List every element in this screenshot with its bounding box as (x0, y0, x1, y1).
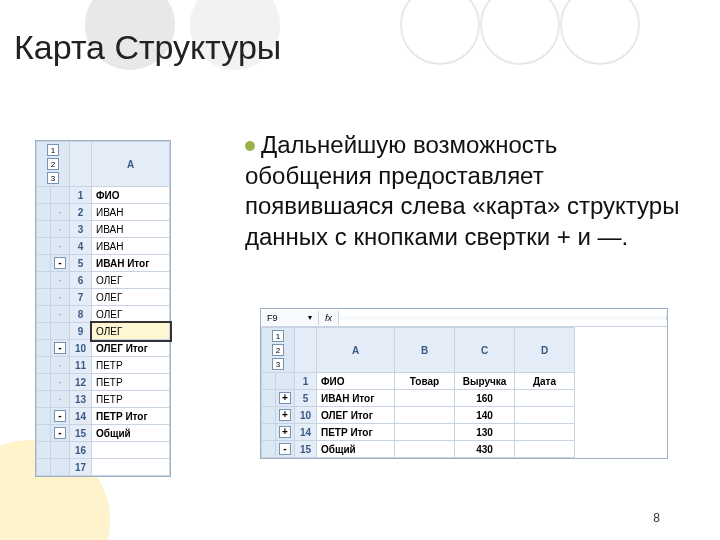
cell[interactable]: Выручка (455, 373, 515, 390)
outline-gutter (37, 238, 51, 255)
cell[interactable]: ИВАН Итог (317, 390, 395, 407)
cell[interactable] (515, 441, 575, 458)
row-header[interactable]: 7 (70, 289, 92, 306)
outline-gutter (37, 187, 51, 204)
cell[interactable]: ОЛЕГ (92, 323, 170, 340)
page-number: 8 (653, 511, 660, 525)
slide-body: Дальнейшую возможность обобщения предост… (245, 130, 685, 253)
row-header[interactable]: 12 (70, 374, 92, 391)
outline-toggle[interactable]: - (51, 425, 70, 442)
outline-level-buttons[interactable]: 123 (262, 328, 295, 373)
select-all-corner[interactable] (295, 328, 317, 373)
row-header[interactable]: 14 (295, 424, 317, 441)
row-header[interactable]: 14 (70, 408, 92, 425)
outline-gutter (262, 407, 276, 424)
outline-level-buttons[interactable]: 123 (37, 142, 70, 187)
cell[interactable]: ИВАН Итог (92, 255, 170, 272)
row-header[interactable]: 10 (295, 407, 317, 424)
row-header[interactable]: 5 (70, 255, 92, 272)
col-header[interactable]: C (455, 328, 515, 373)
cell[interactable] (92, 459, 170, 476)
col-header[interactable]: A (317, 328, 395, 373)
row-header[interactable]: 3 (70, 221, 92, 238)
cell[interactable] (395, 390, 455, 407)
outline-gutter (37, 391, 51, 408)
cell[interactable] (515, 407, 575, 424)
outline-gutter (37, 357, 51, 374)
row-header[interactable]: 16 (70, 442, 92, 459)
row-header[interactable]: 4 (70, 238, 92, 255)
outline-toggle[interactable]: - (51, 340, 70, 357)
col-header-A[interactable]: A (92, 142, 170, 187)
outline-gutter (37, 408, 51, 425)
row-header[interactable]: 13 (70, 391, 92, 408)
row-header[interactable]: 9 (70, 323, 92, 340)
cell[interactable]: ОЛЕГ (92, 272, 170, 289)
row-header[interactable]: 1 (295, 373, 317, 390)
outline-toggle[interactable]: + (276, 407, 295, 424)
cell[interactable]: 430 (455, 441, 515, 458)
row-header[interactable]: 10 (70, 340, 92, 357)
outline-toggle[interactable]: + (276, 390, 295, 407)
outline-gutter (37, 204, 51, 221)
select-all-corner[interactable] (70, 142, 92, 187)
cell[interactable]: ПЕТР (92, 374, 170, 391)
col-header[interactable]: D (515, 328, 575, 373)
name-box[interactable]: F9 ▾ (261, 311, 319, 325)
outline-toggle[interactable]: - (276, 441, 295, 458)
outline-toggle: · (51, 306, 70, 323)
cell[interactable]: 160 (455, 390, 515, 407)
cell[interactable]: Дата (515, 373, 575, 390)
row-header[interactable]: 2 (70, 204, 92, 221)
cell[interactable]: ОЛЕГ Итог (92, 340, 170, 357)
outline-toggle[interactable]: - (51, 255, 70, 272)
outline-gutter (37, 425, 51, 442)
cell[interactable]: ПЕТР Итог (317, 424, 395, 441)
outline-toggle[interactable]: + (276, 424, 295, 441)
cell[interactable] (515, 424, 575, 441)
cell[interactable]: ФИО (92, 187, 170, 204)
row-header[interactable]: 11 (70, 357, 92, 374)
cell[interactable]: ИВАН (92, 221, 170, 238)
decor-circle (480, 0, 560, 65)
outline-toggle: · (51, 357, 70, 374)
outline-toggle (51, 459, 70, 476)
row-header[interactable]: 6 (70, 272, 92, 289)
cell[interactable]: 130 (455, 424, 515, 441)
cell[interactable]: Общий (317, 441, 395, 458)
bullet-icon (245, 141, 255, 151)
formula-input[interactable] (339, 316, 667, 320)
outline-gutter (37, 374, 51, 391)
cell[interactable]: 140 (455, 407, 515, 424)
cell[interactable] (395, 407, 455, 424)
row-header[interactable]: 15 (70, 425, 92, 442)
outline-toggle[interactable]: - (51, 408, 70, 425)
fx-icon[interactable]: fx (319, 311, 339, 325)
row-header[interactable]: 17 (70, 459, 92, 476)
cell[interactable]: ПЕТР Итог (92, 408, 170, 425)
col-header[interactable]: B (395, 328, 455, 373)
cell[interactable] (515, 390, 575, 407)
cell[interactable] (395, 441, 455, 458)
cell[interactable]: ИВАН (92, 204, 170, 221)
outline-toggle (51, 187, 70, 204)
outline-gutter (37, 289, 51, 306)
chevron-down-icon[interactable]: ▾ (308, 313, 312, 322)
cell[interactable] (395, 424, 455, 441)
row-header[interactable]: 1 (70, 187, 92, 204)
cell[interactable] (92, 442, 170, 459)
row-header[interactable]: 8 (70, 306, 92, 323)
row-header[interactable]: 5 (295, 390, 317, 407)
formula-bar: F9 ▾ fx (261, 309, 667, 327)
cell[interactable]: ОЛЕГ (92, 289, 170, 306)
cell[interactable]: ИВАН (92, 238, 170, 255)
cell[interactable]: ФИО (317, 373, 395, 390)
cell[interactable]: ПЕТР (92, 391, 170, 408)
cell[interactable]: ОЛЕГ (92, 306, 170, 323)
row-header[interactable]: 15 (295, 441, 317, 458)
cell[interactable]: ОЛЕГ Итог (317, 407, 395, 424)
outline-toggle (276, 373, 295, 390)
cell[interactable]: Общий (92, 425, 170, 442)
cell[interactable]: ПЕТР (92, 357, 170, 374)
cell[interactable]: Товар (395, 373, 455, 390)
